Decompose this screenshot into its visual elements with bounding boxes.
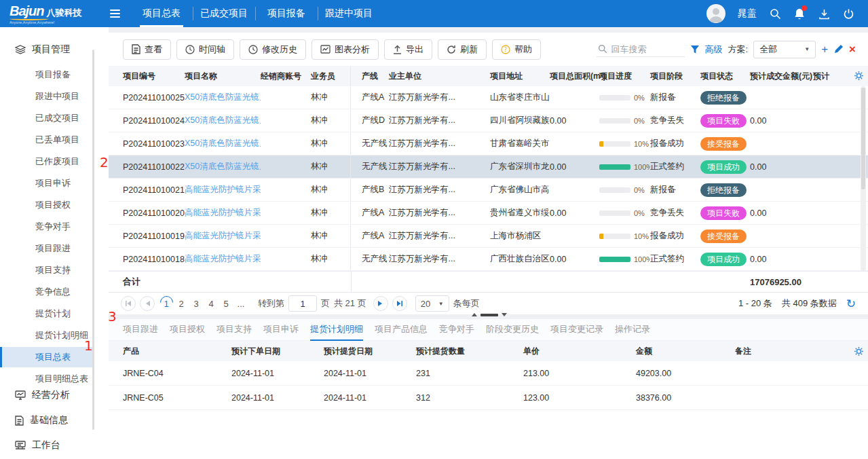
sidebar-item-2[interactable]: 跟进中项目 [0, 86, 92, 107]
top-tab-3[interactable]: 项目报备 [255, 0, 318, 27]
avatar[interactable] [706, 4, 725, 23]
sidebar-item-8[interactable]: 竞争对手 [0, 217, 92, 237]
sidebar-section-project-management[interactable]: 项目管理 [0, 39, 109, 60]
sidebar-item-13[interactable]: 提货计划明细 [0, 325, 92, 346]
power-icon[interactable] [842, 7, 854, 20]
sidebar-item-4[interactable]: 已丢单项目 [0, 130, 92, 150]
project-name-link[interactable]: X50清底色防蓝光镜片... [185, 162, 261, 171]
collapse-down-icon[interactable] [502, 313, 507, 316]
table-row[interactable]: P202411010023X50清底色防蓝光镜片...林冲无产线江苏万新光学有.… [109, 132, 868, 155]
detail-row[interactable]: JRNE-C052024-11-012024-11-01312123.00383… [109, 386, 868, 410]
sidebar-item-10[interactable]: 项目支持 [0, 260, 92, 280]
page-size-select[interactable]: 20 ▼ [415, 295, 449, 312]
page-number-5[interactable]: 5 [219, 299, 233, 309]
layers-icon [15, 45, 26, 54]
project-name-link[interactable]: X50清底色防蓝光镜片... [185, 115, 261, 125]
sidebar-item-9[interactable]: 项目跟进 [0, 238, 92, 259]
advanced-search-link[interactable]: 高级 [705, 43, 723, 56]
goto-page-input[interactable] [288, 295, 317, 312]
sidebar-item-11[interactable]: 竞争信息 [0, 282, 92, 302]
page-number-4[interactable]: 4 [204, 299, 219, 309]
top-tab-2[interactable]: 已成交项目 [193, 0, 255, 27]
table-row[interactable]: P202411010019高能蓝光防护镜片采购...林冲产线A江苏万新光学有..… [109, 225, 868, 248]
toolbar-button-7[interactable]: ?帮助 [492, 39, 541, 60]
project-name-link[interactable]: 高能蓝光防护镜片采购... [185, 231, 261, 240]
download-icon[interactable] [818, 7, 830, 20]
detail-tab-5[interactable]: 提货计划明细 [310, 319, 363, 341]
sidebar-section-2[interactable]: 经营分析 [0, 385, 109, 405]
sidebar-section-label: 基础信息 [30, 414, 68, 426]
page-number-1[interactable]: 1 [159, 299, 174, 309]
detail-tab-7[interactable]: 竞争对手 [439, 319, 474, 341]
sidebar-item-6[interactable]: 项目申诉 [0, 173, 92, 194]
toolbar-button-1[interactable]: 查看 [123, 39, 171, 60]
toolbar-button-2[interactable]: 时间轴 [176, 39, 234, 60]
project-name-link[interactable]: 高能蓝光防护镜片采购... [185, 254, 261, 263]
per-page-label: 条每页 [453, 297, 480, 310]
sidebar-item-3[interactable]: 已成交项目 [0, 108, 92, 128]
toolbar-button-6[interactable]: 刷新 [438, 39, 487, 60]
refresh-table-icon[interactable]: ↻ [846, 298, 856, 310]
table-row[interactable]: P202411010018高能蓝光防护镜片采购...林冲无产线江苏万新光学有..… [109, 248, 868, 271]
last-page-button[interactable] [392, 296, 407, 311]
detail-row[interactable]: JRNE-C042024-11-012024-11-01231213.00492… [109, 361, 868, 386]
project-name-link[interactable]: X50清底色防蓝光镜片... [185, 92, 261, 102]
sidebar-item-14[interactable]: 项目总表 [0, 347, 92, 367]
toolbar-button-3[interactable]: 修改历史 [240, 39, 306, 60]
sidebar-section-4[interactable]: 工作台 [0, 435, 109, 456]
detail-tab-1[interactable]: 项目跟进 [123, 319, 158, 341]
detail-tab-4[interactable]: 项目申诉 [263, 319, 299, 341]
toolbar-button-4[interactable]: 图表分析 [312, 39, 379, 60]
delete-scheme-icon[interactable]: × [849, 43, 856, 55]
cell-unit-price: 213.00 [523, 369, 636, 378]
sidebar-item-12[interactable]: 提货计划 [0, 304, 92, 324]
page-number-2[interactable]: 2 [174, 299, 189, 309]
table-row[interactable]: P202411010022X50清底色防蓝光镜片...林冲无产线江苏万新光学有.… [109, 155, 868, 179]
splitter-handle[interactable] [472, 313, 507, 316]
page-number-...[interactable]: ... [233, 299, 248, 309]
table-row[interactable]: P202411010021高能蓝光防护镜片采购...林冲产线B江苏万新光学有..… [109, 179, 868, 202]
cell-product: JRNE-C05 [123, 393, 231, 403]
table-row[interactable]: P202411010024X50清底色防蓝光镜片...林冲产线D江苏万新光学有.… [109, 109, 868, 132]
workbench-icon [15, 441, 26, 450]
detail-column-settings-gear-icon[interactable] [854, 346, 864, 356]
add-scheme-icon[interactable]: + [821, 43, 828, 55]
project-name-link[interactable]: X50清底色防蓝光镜片... [185, 139, 261, 148]
table-row[interactable]: P202411010025X50清底色防蓝光镜片...林冲产线A江苏万新光学有.… [109, 86, 868, 109]
sidebar-item-5[interactable]: 已作废项目 [0, 151, 92, 172]
search-icon[interactable] [769, 7, 781, 20]
sidebar-item-7[interactable]: 项目授权 [0, 195, 92, 215]
history-clock-icon [248, 45, 258, 54]
toolbar-button-5[interactable]: 导出 [384, 39, 432, 60]
table-row[interactable]: P202411010020高能蓝光防护镜片采购...林冲产线A江苏万新光学有..… [109, 202, 868, 225]
scheme-select[interactable]: 全部 ▼ [753, 41, 816, 58]
first-page-button[interactable] [121, 296, 136, 311]
notifications-bell-icon[interactable] [793, 7, 806, 20]
top-tab-4[interactable]: 跟进中项目 [318, 0, 380, 27]
project-name-link[interactable]: 高能蓝光防护镜片采购... [185, 185, 261, 194]
next-page-button[interactable] [373, 296, 388, 311]
edit-pencil-icon[interactable] [833, 44, 844, 54]
table-scrollbar[interactable] [861, 86, 866, 271]
collapse-up-icon[interactable] [472, 313, 477, 316]
detail-tab-3[interactable]: 项目支持 [216, 319, 252, 341]
detail-tab-10[interactable]: 操作记录 [615, 319, 650, 341]
detail-tab-9[interactable]: 项目变更记录 [550, 319, 603, 341]
sidebar-scrollbar[interactable] [92, 50, 94, 430]
cell-total-area: 0.00 [550, 255, 599, 264]
detail-tab-6[interactable]: 项目产品信息 [375, 319, 428, 341]
filter-funnel-icon[interactable] [690, 45, 700, 54]
search-input[interactable] [611, 44, 679, 54]
sidebar-item-1[interactable]: 项目报备 [0, 65, 92, 85]
cell-address: 上海市杨浦区 [490, 230, 550, 242]
project-name-link[interactable]: 高能蓝光防护镜片采购... [185, 208, 261, 217]
sidebar-section-3[interactable]: 基础信息 [0, 410, 109, 430]
top-tab-1[interactable]: 项目总表 [130, 0, 193, 27]
menu-toggle-icon[interactable] [103, 10, 126, 18]
prev-page-button[interactable] [140, 296, 155, 311]
splitter-grip[interactable] [480, 314, 498, 316]
page-number-3[interactable]: 3 [189, 299, 204, 309]
detail-tab-2[interactable]: 项目授权 [170, 319, 205, 341]
detail-tab-8[interactable]: 阶段变更历史 [486, 319, 539, 341]
column-settings-gear-icon[interactable] [854, 71, 864, 81]
